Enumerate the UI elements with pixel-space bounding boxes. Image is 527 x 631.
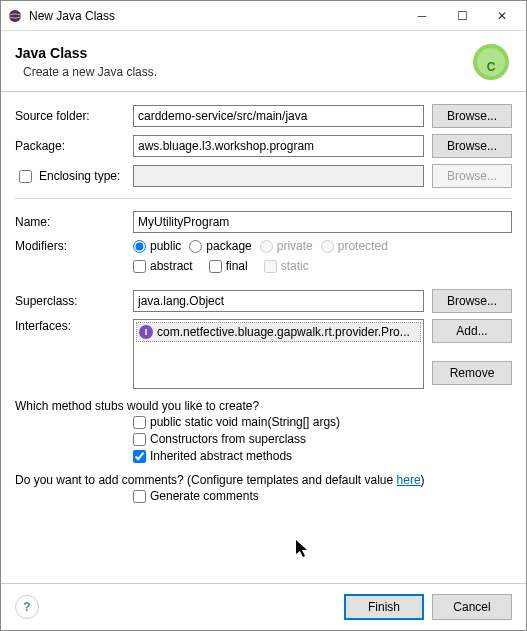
stub-constructors-check[interactable]: Constructors from superclass [133,432,512,446]
package-input[interactable] [133,135,424,157]
name-label: Name: [15,215,125,229]
package-label: Package: [15,139,125,153]
modifier-final-check[interactable]: final [209,259,248,273]
separator [15,198,512,199]
interfaces-add-button[interactable]: Add... [432,319,512,343]
maximize-button[interactable]: ☐ [442,2,482,30]
enclosing-type-checkbox[interactable] [19,170,32,183]
modifiers-label: Modifiers: [15,239,125,253]
dialog-footer: ? Finish Cancel [1,583,526,630]
close-button[interactable]: ✕ [482,2,522,30]
class-wizard-icon: C [470,41,512,83]
modifier-static-check: static [264,259,309,273]
enclosing-type-label: Enclosing type: [39,169,120,183]
generate-comments-check[interactable]: Generate comments [133,489,512,503]
interface-icon: I [139,325,153,339]
minimize-button[interactable]: ─ [402,2,442,30]
cancel-button[interactable]: Cancel [432,594,512,620]
superclass-browse-button[interactable]: Browse... [432,289,512,313]
window-title: New Java Class [29,9,402,23]
interfaces-list[interactable]: I com.netfective.bluage.gapwalk.rt.provi… [133,319,424,389]
superclass-input[interactable] [133,290,424,312]
modifier-protected-radio: protected [321,239,388,253]
source-folder-input[interactable] [133,105,424,127]
name-input[interactable] [133,211,512,233]
interfaces-remove-button[interactable]: Remove [432,361,512,385]
stub-inherited-check[interactable]: Inherited abstract methods [133,449,512,463]
interface-item-label: com.netfective.bluage.gapwalk.rt.provide… [157,325,410,339]
superclass-label: Superclass: [15,294,125,308]
dialog-header: Java Class Create a new Java class. C [1,31,526,92]
modifier-private-radio: private [260,239,313,253]
page-title: Java Class [15,45,470,61]
dialog-body: Source folder: Browse... Package: Browse… [1,92,526,583]
titlebar: New Java Class ─ ☐ ✕ [1,1,526,31]
svg-point-0 [9,10,21,22]
modifier-package-radio[interactable]: package [189,239,251,253]
finish-button[interactable]: Finish [344,594,424,620]
modifier-public-radio[interactable]: public [133,239,181,253]
help-button[interactable]: ? [15,595,39,619]
interface-list-item[interactable]: I com.netfective.bluage.gapwalk.rt.provi… [136,322,421,342]
method-stubs-question: Which method stubs would you like to cre… [15,399,512,413]
source-folder-browse-button[interactable]: Browse... [432,104,512,128]
interfaces-label: Interfaces: [15,319,125,333]
svg-text:C: C [487,60,496,74]
modifier-abstract-check[interactable]: abstract [133,259,193,273]
package-browse-button[interactable]: Browse... [432,134,512,158]
stub-main-check[interactable]: public static void main(String[] args) [133,415,512,429]
enclosing-type-input [133,165,424,187]
enclosing-type-browse-button: Browse... [432,164,512,188]
comments-question: Do you want to add comments? (Configure … [15,473,425,487]
eclipse-icon [7,8,23,24]
page-description: Create a new Java class. [15,65,470,79]
configure-templates-link[interactable]: here [397,473,421,487]
source-folder-label: Source folder: [15,109,125,123]
enclosing-type-check-label[interactable]: Enclosing type: [15,167,125,186]
